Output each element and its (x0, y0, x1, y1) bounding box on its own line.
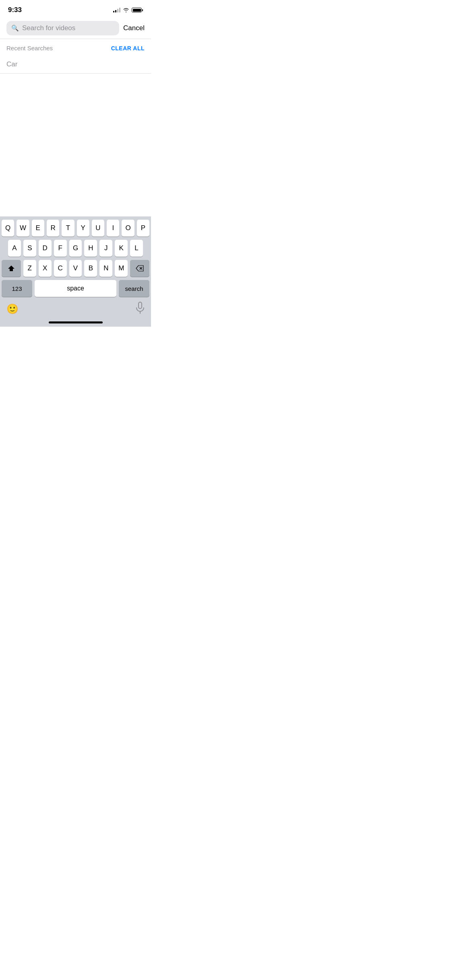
key-a[interactable]: A (8, 240, 21, 257)
wifi-icon (123, 8, 129, 12)
status-time: 9:33 (8, 6, 22, 14)
search-input[interactable] (22, 24, 114, 32)
signal-icon (113, 8, 120, 12)
keyboard-row-4: 123 space search (0, 280, 151, 297)
key-v[interactable]: V (69, 260, 82, 277)
key-q[interactable]: Q (2, 220, 14, 237)
search-bar-container: 🔍 Cancel (0, 18, 151, 39)
key-i[interactable]: I (107, 220, 119, 237)
content-area (0, 74, 151, 162)
svg-rect-3 (139, 302, 142, 309)
shift-icon (8, 265, 15, 272)
keyboard-row-2: A S D F G H J K L (0, 240, 151, 257)
emoji-button[interactable]: 🙂 (6, 303, 19, 315)
key-t[interactable]: T (62, 220, 74, 237)
key-e[interactable]: E (32, 220, 44, 237)
home-bar (49, 321, 103, 323)
keyboard-bottom-row: 🙂 (0, 300, 151, 318)
number-key[interactable]: 123 (2, 280, 32, 297)
key-r[interactable]: R (47, 220, 59, 237)
cancel-button[interactable]: Cancel (123, 24, 145, 32)
keyboard: Q W E R T Y U I O P A S D F G H J K L Z … (0, 216, 151, 327)
recent-searches-header: Recent Searches CLEAR ALL (0, 39, 151, 56)
key-b[interactable]: B (84, 260, 97, 277)
key-o[interactable]: O (122, 220, 134, 237)
key-u[interactable]: U (92, 220, 104, 237)
keyboard-row-3: Z X C V B N M (0, 260, 151, 277)
search-input-wrapper[interactable]: 🔍 (6, 21, 119, 35)
search-icon: 🔍 (11, 25, 19, 32)
key-s[interactable]: S (23, 240, 36, 257)
key-j[interactable]: J (99, 240, 112, 257)
mic-button[interactable] (136, 302, 145, 316)
shift-key[interactable] (2, 260, 21, 277)
key-n[interactable]: N (99, 260, 112, 277)
space-key[interactable]: space (35, 280, 116, 297)
recent-searches-label: Recent Searches (6, 45, 53, 51)
key-l[interactable]: L (130, 240, 143, 257)
key-k[interactable]: K (115, 240, 128, 257)
key-p[interactable]: P (137, 220, 149, 237)
svg-marker-0 (8, 266, 14, 271)
key-d[interactable]: D (39, 240, 52, 257)
key-g[interactable]: G (69, 240, 82, 257)
clear-all-button[interactable]: CLEAR ALL (111, 45, 145, 51)
keyboard-row-1: Q W E R T Y U I O P (0, 220, 151, 237)
backspace-icon (136, 265, 144, 272)
key-m[interactable]: M (115, 260, 128, 277)
key-h[interactable]: H (84, 240, 97, 257)
status-bar: 9:33 (0, 0, 151, 18)
key-z[interactable]: Z (23, 260, 36, 277)
battery-icon (132, 8, 143, 12)
key-x[interactable]: X (39, 260, 52, 277)
recent-search-item[interactable]: Car (0, 56, 151, 74)
mic-icon (136, 302, 145, 314)
key-c[interactable]: C (54, 260, 67, 277)
backspace-key[interactable] (130, 260, 149, 277)
status-icons (113, 8, 143, 12)
search-key[interactable]: search (119, 280, 149, 297)
home-indicator (0, 318, 151, 327)
key-w[interactable]: W (17, 220, 29, 237)
key-f[interactable]: F (54, 240, 67, 257)
key-y[interactable]: Y (77, 220, 89, 237)
